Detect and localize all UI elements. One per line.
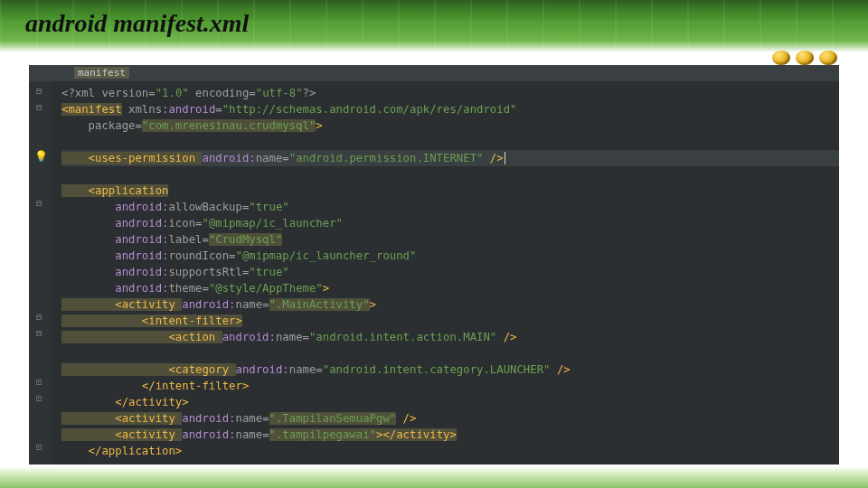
- editor-body: ⊟ ⊟ 💡 ⊟ ⊟ ⊟ ⊡ ⊡ ⊡ <?xml version="1.0" en…: [29, 81, 839, 465]
- fold-icon: ⊟: [36, 103, 45, 112]
- fold-close-icon: ⊡: [36, 443, 45, 452]
- breadcrumb-bar: manifest: [29, 65, 839, 81]
- editor-gutter: ⊟ ⊟ 💡 ⊟ ⊟ ⊟ ⊡ ⊡ ⊡: [29, 81, 52, 465]
- slide-footer-gradient: [0, 466, 868, 488]
- dot-icon: [819, 51, 837, 65]
- fold-close-icon: ⊡: [36, 378, 45, 387]
- text-caret: [505, 152, 505, 164]
- dot-icon: [772, 51, 790, 65]
- breadcrumb-file: manifest: [74, 67, 129, 79]
- dot-icon: [796, 51, 814, 65]
- slide-header-banner: android manifest.xml: [0, 0, 868, 52]
- fold-icon: ⊟: [36, 87, 45, 96]
- code-editor-screenshot: manifest ⊟ ⊟ 💡 ⊟ ⊟ ⊟ ⊡ ⊡ ⊡ <?xml version…: [29, 65, 839, 465]
- lightbulb-icon: 💡: [34, 150, 47, 163]
- fold-icon: ⊟: [36, 329, 45, 338]
- fold-close-icon: ⊡: [36, 394, 45, 403]
- fold-icon: ⊟: [36, 313, 45, 322]
- slide-title: android manifest.xml: [25, 9, 249, 38]
- code-area: <?xml version="1.0" encoding="utf-8"?> <…: [52, 81, 839, 465]
- header-bullet-dots: [772, 51, 837, 65]
- fold-icon: ⊟: [36, 199, 45, 208]
